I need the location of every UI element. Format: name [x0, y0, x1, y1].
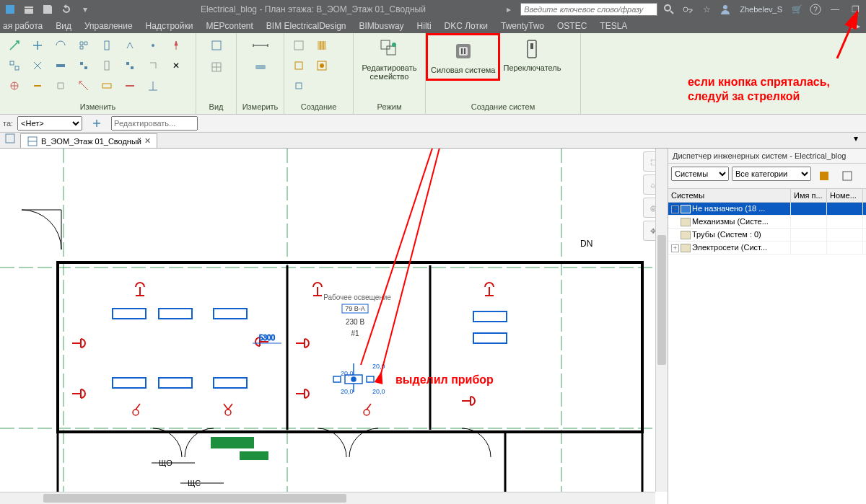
menu-item[interactable]: DKC Лотки [445, 21, 488, 31]
close-tab-icon[interactable]: ✕ [144, 136, 151, 146]
drawing-canvas[interactable]: 5300 Рабочее освещение 79 В-А 230 В #1 2… [0, 149, 668, 504]
menu-item[interactable]: TwentyTwo [501, 21, 544, 31]
table-row[interactable]: +Электросети (Сист... [668, 242, 866, 255]
view-tool[interactable] [206, 36, 227, 55]
modify-tool[interactable] [74, 36, 94, 55]
svg-point-16 [152, 44, 154, 47]
opt-label: та: [3, 119, 13, 128]
help-icon[interactable]: ? [808, 2, 823, 17]
modify-tool[interactable] [27, 56, 48, 75]
create-tool[interactable] [289, 36, 309, 55]
col-name[interactable]: Имя п... [791, 189, 827, 202]
user-name[interactable]: Zhebelev_S [737, 5, 785, 14]
modify-tool[interactable] [51, 36, 71, 55]
svg-rect-11 [105, 41, 109, 50]
search-input[interactable] [520, 3, 657, 16]
menu-item[interactable]: BIMbusway [359, 21, 404, 31]
svg-rect-43 [58, 262, 642, 432]
horizontal-scrollbar[interactable] [0, 492, 655, 504]
measure-tool[interactable] [250, 58, 271, 76]
opt-select[interactable]: <Нет> [17, 116, 82, 131]
opt-tool-icon[interactable] [87, 114, 107, 133]
menu-item[interactable]: TESLA [600, 21, 627, 31]
search-nav-icon[interactable]: ▸ [502, 2, 516, 17]
svg-rect-46 [58, 432, 642, 497]
expand-icon[interactable]: + [671, 205, 679, 213]
col-systems[interactable]: Системы [668, 189, 791, 202]
browser-tool-icon[interactable] [837, 167, 857, 185]
modify-tool[interactable] [74, 76, 94, 95]
unknown-icon [681, 205, 691, 213]
table-row[interactable]: Трубы (Систем : 0) [668, 229, 866, 242]
modify-tool[interactable] [120, 76, 140, 95]
create-tool[interactable] [312, 36, 332, 55]
cart-icon[interactable]: 🛒 [790, 2, 804, 17]
menu-item[interactable]: OSTEC [557, 21, 587, 31]
menu-item[interactable]: MEPcontent [206, 21, 253, 31]
svg-rect-20 [294, 41, 303, 50]
modify-tool[interactable] [4, 36, 25, 55]
system-browser-title: Диспетчер инженерных систем - Electrical… [668, 149, 866, 164]
modify-tool[interactable] [51, 56, 71, 75]
menu-item[interactable]: Надстройки [146, 21, 193, 31]
qat-save-icon[interactable] [40, 2, 55, 17]
star-icon[interactable]: ☆ [699, 2, 714, 17]
menu-item[interactable]: Вид [56, 21, 71, 31]
pin-tool[interactable] [166, 36, 186, 55]
modify-tool[interactable] [74, 56, 94, 75]
vertical-scrollbar[interactable] [655, 149, 668, 492]
create-tool[interactable] [312, 56, 332, 75]
edit-family-button[interactable]: Редактировать семейство [358, 36, 421, 82]
modify-tool[interactable] [27, 36, 48, 55]
modify-tool[interactable] [97, 36, 117, 55]
menu-item[interactable]: Управление [84, 21, 133, 31]
svg-rect-36 [6, 134, 14, 143]
minimize-button[interactable]: — [827, 2, 843, 17]
modify-tool[interactable] [27, 76, 48, 95]
menu-item[interactable]: Hilti [417, 21, 432, 31]
create-tool[interactable] [289, 56, 309, 75]
delete-tool[interactable]: ✕ [166, 56, 186, 75]
project-browser-toggle[interactable] [0, 129, 20, 148]
table-row[interactable]: Механизмы (Систе... [668, 216, 866, 229]
svg-rect-49 [113, 309, 146, 319]
modify-tool[interactable] [4, 56, 25, 75]
categories-dropdown[interactable]: Все категории [732, 167, 811, 181]
systems-dropdown[interactable]: Системы [671, 167, 729, 181]
power-system-label: Силовая система [431, 66, 495, 74]
col-number[interactable]: Номе... [827, 189, 863, 202]
modify-tool[interactable] [120, 36, 140, 55]
table-row[interactable]: +Не назначено (18 ... [668, 203, 866, 216]
modify-tool[interactable] [4, 76, 25, 95]
qat-dropdown-icon[interactable]: ▾ [78, 2, 92, 17]
menu-strip: ая работа Вид Управление Надстройки MEPc… [0, 19, 866, 33]
modify-tool[interactable] [120, 56, 140, 75]
menu-item[interactable]: ая работа [3, 21, 43, 31]
user-icon[interactable] [718, 2, 732, 17]
power-system-button[interactable]: Силовая система [426, 33, 500, 81]
browser-tool-icon[interactable] [814, 167, 834, 185]
view-tab[interactable]: В_ЭОМ_Этаж 01_Сводный ✕ [20, 133, 157, 148]
modify-tool[interactable] [143, 56, 163, 75]
modify-tool[interactable] [97, 76, 117, 95]
search-icon[interactable] [662, 2, 676, 17]
opt-edit-input[interactable] [111, 116, 198, 131]
expand-icon[interactable]: + [671, 244, 679, 252]
view-tool[interactable] [206, 58, 227, 76]
modify-tool[interactable] [97, 56, 117, 75]
menu-item[interactable]: BIM ElectricalDesign [266, 21, 346, 31]
qat-open-icon[interactable] [22, 2, 36, 17]
measure-tool[interactable] [250, 36, 271, 55]
create-tool[interactable] [289, 76, 309, 95]
modify-tool[interactable] [51, 76, 71, 95]
folder-icon [681, 244, 691, 252]
modify-tool[interactable] [143, 76, 163, 95]
svg-rect-55 [473, 311, 507, 322]
switch-button[interactable]: Переключатель [500, 33, 564, 76]
modify-tool[interactable] [143, 36, 163, 55]
svg-rect-13 [102, 84, 111, 88]
qat-undo-icon[interactable] [59, 2, 74, 17]
viewtab-overflow-icon[interactable]: ▾ [846, 129, 866, 148]
svg-text:20,0: 20,0 [341, 370, 354, 377]
key-icon[interactable] [681, 2, 695, 17]
